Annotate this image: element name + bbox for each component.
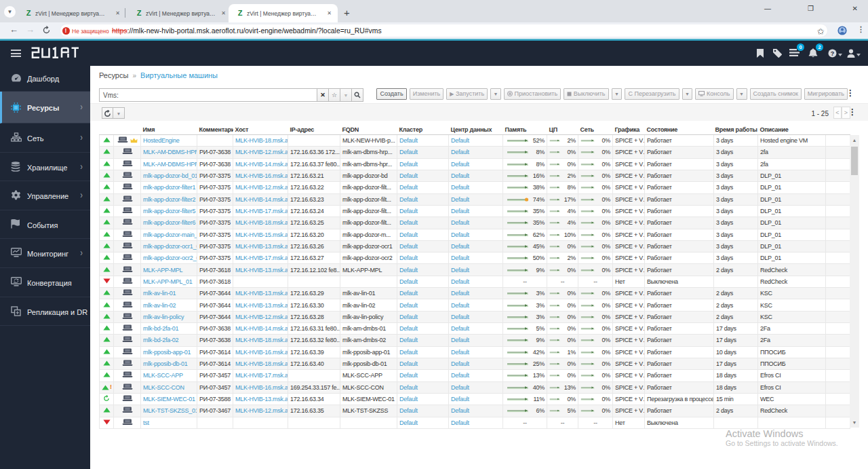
svg-text:?: ? [831, 50, 835, 57]
